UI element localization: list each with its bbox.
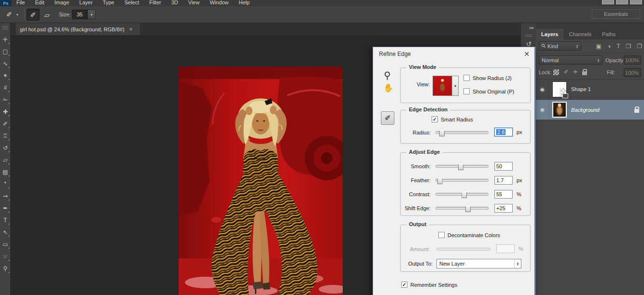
- blur-tool[interactable]: ❜: [0, 178, 11, 190]
- refine-radius-tool-button[interactable]: ✐: [27, 9, 40, 21]
- menu-item-edit[interactable]: Edit: [35, 0, 44, 5]
- contrast-slider[interactable]: [435, 193, 489, 196]
- filter-shape-layers-icon[interactable]: ❒: [626, 43, 631, 50]
- lock-all-icon[interactable]: [582, 71, 587, 75]
- menu-item-3d[interactable]: 3D: [171, 0, 178, 5]
- smooth-slider-thumb[interactable]: [458, 162, 463, 170]
- fill-value[interactable]: 100%: [624, 68, 641, 77]
- dialog-refine-radius-brush-button[interactable]: ✐: [381, 111, 394, 125]
- menu-item-layer[interactable]: Layer: [79, 0, 93, 5]
- dodge-tool[interactable]: ⊸: [0, 190, 11, 202]
- radius-input[interactable]: 2.6: [494, 128, 513, 136]
- window-maximize-button[interactable]: [616, 0, 628, 4]
- lasso-tool[interactable]: ∿: [0, 57, 11, 69]
- healing-brush-tool[interactable]: ✚: [0, 106, 11, 118]
- filter-adjustment-layers-icon[interactable]: ◑: [607, 43, 611, 50]
- brush-tool[interactable]: ✐: [0, 118, 11, 130]
- document-tab[interactable]: girl hot.psd @ 24.6% (Background, RGB/8#…: [16, 23, 140, 35]
- menu-item-help[interactable]: Help: [239, 0, 250, 5]
- menu-item-view[interactable]: View: [188, 0, 200, 5]
- visibility-eye-icon[interactable]: ◉: [536, 100, 549, 120]
- smart-radius-checkbox[interactable]: ✓: [432, 116, 438, 122]
- feather-slider-thumb[interactable]: [437, 176, 443, 184]
- dialog-hand-tool-icon[interactable]: ✋: [383, 83, 393, 93]
- eraser-tool[interactable]: ▱: [0, 154, 11, 166]
- remember-settings-checkbox[interactable]: ✓: [401, 282, 407, 288]
- smooth-input[interactable]: 50: [494, 162, 513, 171]
- filter-smart-objects-icon[interactable]: ❐: [637, 43, 642, 50]
- type-tool[interactable]: T: [0, 214, 11, 226]
- history-brush-tool[interactable]: ↺: [0, 142, 11, 154]
- eye-glyph: ◉: [540, 86, 545, 93]
- path-selection-tool[interactable]: ↖: [0, 226, 11, 238]
- menu-item-image[interactable]: Image: [55, 0, 70, 5]
- radius-slider[interactable]: [435, 131, 489, 134]
- menu-item-file[interactable]: File: [16, 0, 25, 5]
- canvas-image[interactable]: [179, 67, 343, 295]
- layer-name-background[interactable]: Background: [571, 107, 634, 113]
- hand-tool[interactable]: ☞: [0, 250, 11, 262]
- layer-filter-kind-dropdown[interactable]: ⚲ Kind ▲▼: [539, 41, 581, 51]
- dialog-close-icon[interactable]: ✕: [524, 50, 530, 58]
- show-original-checkbox[interactable]: [463, 88, 470, 94]
- layer-thumbnail-shape1[interactable]: [552, 81, 567, 97]
- collapse-panels-icon[interactable]: ««: [529, 25, 533, 30]
- radius-slider-thumb[interactable]: [439, 128, 445, 136]
- erase-refinements-tool-button[interactable]: ▱: [41, 9, 54, 21]
- document-tab-close-icon[interactable]: ×: [129, 26, 133, 33]
- visibility-eye-icon[interactable]: ◉: [536, 80, 549, 99]
- layer-row-background[interactable]: ◉ Background: [536, 99, 644, 120]
- zoom-tool[interactable]: ⚲: [0, 262, 11, 274]
- view-mode-thumbnail-dropdown[interactable]: ▾: [433, 76, 459, 96]
- smooth-slider[interactable]: [435, 165, 489, 168]
- feather-input[interactable]: 1.7: [494, 176, 513, 185]
- window-minimize-button[interactable]: [602, 0, 614, 4]
- window-close-button[interactable]: [630, 0, 642, 4]
- shift-edge-slider-thumb[interactable]: [465, 204, 471, 212]
- gradient-tool[interactable]: ▤: [0, 166, 11, 178]
- dialog-zoom-tool-icon[interactable]: ⚲: [384, 69, 391, 81]
- toolbar-grip[interactable]: [2, 26, 8, 29]
- filter-type-layers-icon[interactable]: T: [616, 43, 620, 50]
- filter-pixel-layers-icon[interactable]: ▣: [596, 43, 602, 50]
- lock-pixels-icon[interactable]: ✐: [564, 69, 568, 75]
- menu-item-select[interactable]: Select: [125, 0, 140, 5]
- contrast-input[interactable]: 55: [494, 190, 513, 199]
- tab-layers[interactable]: Layers: [536, 29, 563, 40]
- layer-row-shape1[interactable]: ◉ Shape 1: [536, 79, 644, 99]
- contrast-slider-thumb[interactable]: [462, 190, 467, 198]
- quick-selection-tool[interactable]: ✶: [0, 69, 11, 81]
- size-dropdown-arrow[interactable]: ▾: [87, 10, 96, 19]
- shape-tool[interactable]: ▭: [0, 238, 11, 250]
- tool-preset-dropdown-arrow[interactable]: ▾: [16, 13, 18, 17]
- show-radius-checkbox[interactable]: [463, 75, 470, 81]
- feather-slider[interactable]: [435, 179, 489, 182]
- menu-item-type[interactable]: Type: [103, 0, 114, 5]
- size-input[interactable]: 35: [72, 10, 87, 19]
- search-icon: ⚲: [540, 42, 547, 50]
- tab-paths[interactable]: Paths: [597, 29, 621, 40]
- decontaminate-colors-checkbox[interactable]: [438, 232, 445, 238]
- dock-grip[interactable]: [525, 34, 532, 37]
- shift-edge-input[interactable]: +25: [494, 204, 513, 213]
- lock-transparency-icon[interactable]: [553, 69, 559, 75]
- clone-stamp-tool[interactable]: ♖: [0, 130, 11, 142]
- tool-preset-icon[interactable]: ✐: [3, 9, 15, 20]
- layer-thumbnail-background[interactable]: [552, 102, 567, 118]
- workspace-switcher-button[interactable]: Essentials: [592, 9, 640, 19]
- marquee-tool[interactable]: ▢: [0, 45, 11, 57]
- eyedropper-tool[interactable]: ✁: [0, 94, 11, 106]
- contrast-label: Contrast:: [401, 191, 431, 197]
- menu-item-filter[interactable]: Filter: [149, 0, 161, 5]
- opacity-value[interactable]: 100%: [624, 55, 641, 65]
- blend-mode-dropdown[interactable]: Normal ▲▼: [539, 55, 602, 65]
- pen-tool[interactable]: ✒: [0, 202, 11, 214]
- tab-channels[interactable]: Channels: [563, 29, 596, 40]
- menu-item-window[interactable]: Window: [210, 0, 228, 5]
- lock-position-icon[interactable]: ✛: [573, 69, 577, 75]
- move-tool[interactable]: ✛: [0, 33, 11, 45]
- output-to-dropdown[interactable]: New Layer ▲▼: [436, 259, 521, 268]
- layer-name-shape1[interactable]: Shape 1: [571, 86, 644, 92]
- crop-tool[interactable]: #: [0, 81, 11, 94]
- shift-edge-slider[interactable]: [435, 207, 489, 210]
